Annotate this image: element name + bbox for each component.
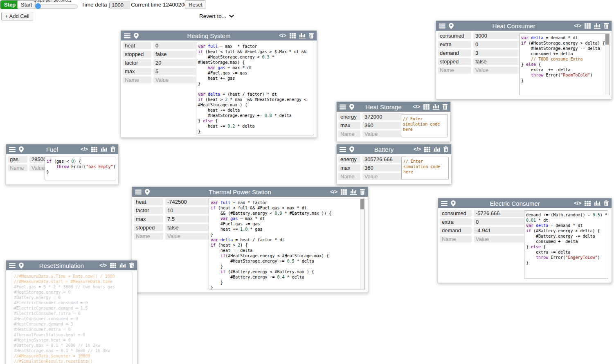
cell-header[interactable]: Fuel</> xyxy=(6,144,118,154)
var-name-field[interactable]: energy xyxy=(338,113,360,120)
revert-to-dropdown[interactable]: Revert to... xyxy=(199,13,234,19)
table-view-icon[interactable] xyxy=(91,147,97,152)
var-name-field[interactable]: demand xyxy=(440,227,472,234)
table-view-icon[interactable] xyxy=(290,33,296,38)
menu-icon[interactable] xyxy=(9,263,16,268)
var-value-field[interactable]: 360 xyxy=(362,122,404,129)
table-view-icon[interactable] xyxy=(585,23,591,29)
var-value-field[interactable]: false xyxy=(153,51,202,58)
var-name-field[interactable]: max xyxy=(338,164,360,171)
delete-cell-icon[interactable] xyxy=(443,104,448,110)
reset-button[interactable]: Reset xyxy=(185,0,206,9)
pin-icon[interactable] xyxy=(449,23,454,29)
var-value-field[interactable]: 305726.666 xyxy=(362,156,406,163)
chart-view-icon[interactable] xyxy=(101,146,107,152)
cell-header[interactable]: Electric Consumer</> xyxy=(438,198,612,208)
chart-view-icon[interactable] xyxy=(434,146,440,152)
delete-cell-icon[interactable] xyxy=(604,23,609,29)
menu-icon[interactable] xyxy=(9,147,16,152)
code-view-icon[interactable]: </> xyxy=(413,104,420,110)
pin-icon[interactable] xyxy=(451,200,456,207)
var-name-field[interactable]: Name xyxy=(338,130,360,137)
menu-icon[interactable] xyxy=(135,189,142,195)
var-value-field[interactable]: 3000 xyxy=(473,32,526,39)
var-value-field[interactable]: Value xyxy=(362,173,406,180)
delete-cell-icon[interactable] xyxy=(110,146,115,152)
add-cell-button[interactable]: + Add Cell xyxy=(1,12,33,20)
var-name-field[interactable]: extra xyxy=(438,41,471,48)
cell-header[interactable]: Heat Storage</> xyxy=(337,102,450,112)
menu-icon[interactable] xyxy=(340,104,346,110)
var-name-field[interactable]: Name xyxy=(123,76,151,83)
var-value-field[interactable]: 0 xyxy=(473,41,526,48)
pin-icon[interactable] xyxy=(349,146,354,153)
var-name-field[interactable]: stopped xyxy=(134,224,163,231)
cell-header[interactable]: Heating System</> xyxy=(121,31,317,40)
cell-header[interactable]: Thermal Power Station</> xyxy=(132,187,368,197)
code-view-icon[interactable]: </> xyxy=(279,33,286,38)
var-value-field[interactable]: 0 xyxy=(153,42,202,49)
var-name-field[interactable]: consumed xyxy=(440,210,472,217)
code-editor[interactable]: //#MeasureData.$.Time = Date.now() / 100… xyxy=(12,272,133,364)
code-editor[interactable]: var delta = demand * dtif (#HeatStorage.… xyxy=(519,33,610,95)
var-name-field[interactable]: Name xyxy=(438,67,471,74)
code-editor[interactable]: demand += (Math.random() - 0.5) *0.01 * … xyxy=(524,210,608,279)
var-value-field[interactable]: 5 xyxy=(153,68,202,75)
table-view-icon[interactable] xyxy=(423,104,430,110)
pin-icon[interactable] xyxy=(19,263,24,269)
var-value-field[interactable]: 20 xyxy=(153,59,202,66)
var-name-field[interactable]: heat xyxy=(134,198,163,205)
step-button[interactable]: Step xyxy=(0,0,19,9)
var-name-field[interactable]: max xyxy=(123,68,151,75)
var-name-field[interactable]: max xyxy=(338,122,360,129)
pin-icon[interactable] xyxy=(349,104,354,110)
menu-icon[interactable] xyxy=(124,33,130,38)
var-value-field[interactable]: false xyxy=(473,58,526,65)
var-name-field[interactable]: max xyxy=(134,216,163,222)
chart-view-icon[interactable] xyxy=(433,104,439,110)
code-view-icon[interactable]: </> xyxy=(99,263,107,268)
chart-view-icon[interactable] xyxy=(119,263,126,268)
scrollbar-thumb[interactable] xyxy=(605,34,609,45)
code-view-icon[interactable]: </> xyxy=(574,201,581,206)
var-name-field[interactable]: Name xyxy=(8,164,27,171)
var-name-field[interactable]: Name xyxy=(134,233,163,240)
code-editor[interactable]: if (gas < 0) { throw Error("Gas Empty")} xyxy=(45,157,116,180)
chart-view-icon[interactable] xyxy=(594,23,601,29)
delete-cell-icon[interactable] xyxy=(360,189,365,195)
var-name-field[interactable]: extra xyxy=(440,218,472,225)
pin-icon[interactable] xyxy=(19,146,24,153)
table-view-icon[interactable] xyxy=(341,189,347,195)
steps-per-second-slider[interactable] xyxy=(34,4,78,9)
var-value-field[interactable]: Value xyxy=(474,236,532,243)
var-name-field[interactable]: Name xyxy=(440,236,472,243)
var-name-field[interactable]: stopped xyxy=(438,58,471,65)
var-value-field[interactable]: -5726.666 xyxy=(474,210,532,217)
code-scrollbar[interactable] xyxy=(605,34,609,94)
cell-header[interactable]: Battery</> xyxy=(337,144,451,154)
code-view-icon[interactable]: </> xyxy=(574,23,581,29)
slider-thumb[interactable] xyxy=(35,3,41,9)
var-value-field[interactable]: Value xyxy=(153,76,202,83)
var-name-field[interactable]: demand xyxy=(438,49,471,56)
menu-icon[interactable] xyxy=(340,147,346,152)
cell-header[interactable]: ResetSimulation</> xyxy=(6,261,137,270)
pin-icon[interactable] xyxy=(145,189,150,195)
cell-header[interactable]: Heat Consumer</> xyxy=(436,21,612,31)
var-value-field[interactable]: 0 xyxy=(474,218,532,225)
code-scrollbar[interactable] xyxy=(360,199,364,289)
var-name-field[interactable]: factor xyxy=(134,207,163,214)
code-view-icon[interactable]: </> xyxy=(330,189,337,195)
var-name-field[interactable]: consumed xyxy=(438,32,471,39)
chart-view-icon[interactable] xyxy=(299,33,306,38)
var-value-field[interactable]: Value xyxy=(473,67,526,74)
var-value-field[interactable]: -4.941 xyxy=(474,227,532,234)
var-name-field[interactable]: gas xyxy=(8,156,27,163)
var-name-field[interactable]: energy xyxy=(338,156,360,163)
pin-icon[interactable] xyxy=(134,33,139,39)
var-name-field[interactable]: heat xyxy=(123,42,151,49)
time-delta-input[interactable] xyxy=(110,1,130,9)
menu-icon[interactable] xyxy=(441,201,448,206)
code-editor[interactable]: // Entersimulation codehere xyxy=(401,114,448,137)
table-view-icon[interactable] xyxy=(585,201,591,206)
